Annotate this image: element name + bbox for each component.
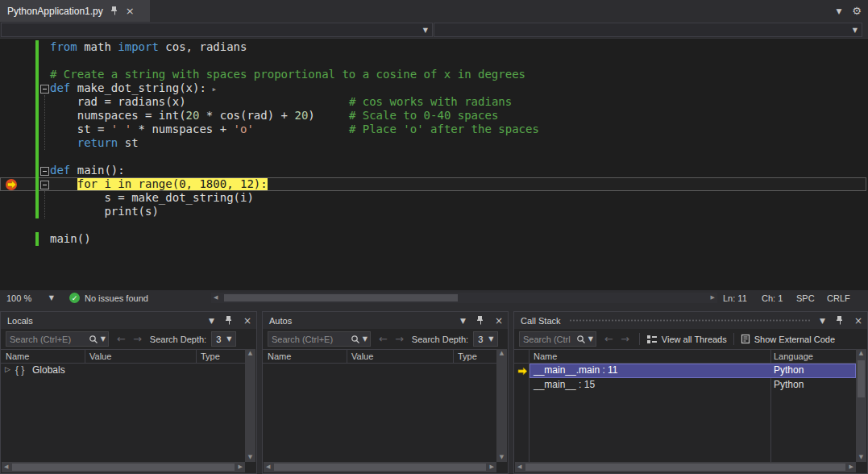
pin-icon[interactable] [225, 314, 233, 328]
window-menu-icon[interactable]: ▼ [460, 317, 466, 325]
scrollbar-thumb[interactable] [858, 360, 865, 397]
column-separator[interactable] [453, 350, 454, 363]
scroll-down-icon[interactable]: ▼ [500, 455, 504, 460]
column-header-name[interactable]: Name [534, 351, 557, 361]
fold-collapse-box[interactable] [40, 85, 49, 94]
pin-icon[interactable] [476, 314, 484, 328]
search-input[interactable]: Search (Ctrl+E) ▼ [268, 331, 371, 347]
view-all-threads-button[interactable]: View all Threads [646, 335, 727, 344]
close-icon[interactable]: × [126, 6, 135, 16]
column-header-name[interactable]: Name [6, 351, 29, 361]
scroll-right-icon[interactable]: ▶ [849, 464, 853, 470]
code-line[interactable]: def main(): [0, 164, 866, 177]
code-line[interactable]: main() [0, 232, 866, 246]
back-arrow-icon[interactable]: ← [117, 333, 126, 345]
horizontal-scrollbar[interactable]: ◀ ▶ [515, 462, 856, 472]
window-menu-icon[interactable]: ▼ [820, 317, 825, 325]
scroll-left-icon[interactable]: ◀ [266, 464, 270, 470]
scope-dropdown[interactable]: ▼ [434, 23, 862, 37]
code-line[interactable] [0, 54, 866, 68]
document-tab[interactable]: PythonApplication1.py × [0, 0, 150, 22]
scroll-left-icon[interactable]: ◀ [214, 295, 218, 301]
column-header-value[interactable]: Value [89, 351, 111, 361]
column-header-type[interactable]: Type [458, 351, 477, 361]
search-depth-dropdown[interactable]: 3 ▼ [473, 331, 498, 347]
chevron-down-icon[interactable]: ▼ [360, 335, 370, 343]
window-menu-icon[interactable]: ▼ [209, 317, 214, 325]
drag-grip[interactable] [569, 318, 812, 322]
code-line[interactable]: st = ' ' * numspaces + 'o' # Place 'o' a… [0, 123, 866, 136]
column-header-name[interactable]: Name [268, 351, 291, 361]
issues-indicator[interactable]: ✓ No issues found [69, 290, 148, 306]
scrollbar-thumb[interactable] [525, 464, 845, 471]
horizontal-scrollbar[interactable]: ◀ ▶ [2, 462, 245, 472]
fold-collapse-box[interactable] [40, 167, 49, 176]
column-header-value[interactable]: Value [351, 351, 373, 361]
close-icon[interactable]: × [854, 316, 862, 326]
search-input[interactable]: Search (Ctrl ▼ [519, 331, 596, 347]
chevron-down-icon[interactable]: ▼ [98, 335, 108, 343]
code-editor[interactable]: from math import cos, radians# Create a … [0, 39, 868, 290]
autos-title-bar[interactable]: Autos ▼ × [263, 312, 508, 329]
scrollbar-thumb[interactable] [12, 464, 235, 471]
scroll-up-icon[interactable]: ▲ [248, 351, 252, 356]
column-separator[interactable] [85, 350, 85, 363]
pin-icon[interactable] [110, 4, 118, 19]
scroll-right-icon[interactable]: ▶ [239, 464, 243, 470]
scroll-left-icon[interactable]: ◀ [4, 464, 8, 470]
column-separator[interactable] [347, 350, 347, 363]
code-line[interactable]: from math import cos, radians [0, 40, 866, 54]
column-header-type[interactable]: Type [201, 351, 220, 361]
scroll-right-icon[interactable]: ▶ [490, 464, 494, 470]
code-line[interactable] [0, 218, 866, 232]
scrollbar-thumb[interactable] [224, 294, 458, 301]
search-input[interactable]: Search (Ctrl+E) ▼ [6, 331, 109, 347]
callstack-title-bar[interactable]: Call Stack ▼ × [514, 312, 867, 329]
vertical-scrollbar[interactable]: ▲ ▼ [496, 349, 507, 462]
forward-arrow-icon[interactable]: → [133, 333, 142, 345]
code-line[interactable]: def make_dot_string(x): ▸ [0, 81, 866, 95]
gear-icon[interactable]: ⚙ [852, 5, 862, 17]
callstack-frame-row[interactable]: __main__ : 15Python [530, 378, 856, 393]
code-line[interactable] [0, 150, 866, 164]
column-header-language[interactable]: Language [774, 351, 813, 361]
close-icon[interactable]: × [495, 316, 503, 326]
show-external-code-button[interactable]: Show External Code [741, 334, 835, 344]
back-arrow-icon[interactable]: ← [379, 333, 388, 345]
code-line[interactable]: s = make_dot_string(i) [0, 191, 866, 205]
back-arrow-icon[interactable]: ← [604, 333, 613, 345]
locals-row[interactable]: ▷{ }Globals [2, 364, 245, 378]
fold-collapse-box[interactable] [40, 181, 49, 189]
scroll-down-icon[interactable]: ▼ [859, 455, 863, 460]
project-dropdown[interactable]: ▼ [1, 23, 433, 37]
scroll-up-icon[interactable]: ▲ [859, 351, 863, 356]
column-separator[interactable] [196, 350, 197, 363]
search-icon[interactable] [351, 335, 360, 344]
breakpoint-current-icon[interactable] [5, 178, 18, 191]
vertical-scrollbar[interactable]: ▲ ▼ [856, 349, 866, 462]
scroll-up-icon[interactable]: ▲ [500, 351, 504, 356]
scroll-down-icon[interactable]: ▼ [248, 455, 252, 460]
code-line[interactable]: for i in range(0, 1800, 12): [0, 177, 866, 191]
scroll-left-icon[interactable]: ◀ [517, 464, 521, 470]
code-line[interactable]: # Create a string with spaces proportion… [0, 68, 866, 81]
forward-arrow-icon[interactable]: → [621, 333, 629, 345]
code-line[interactable]: numspaces = int(20 * cos(rad) + 20) # Sc… [0, 109, 866, 123]
zoom-dropdown[interactable]: 100 % ▼ [0, 290, 60, 306]
pin-icon[interactable] [836, 314, 844, 328]
code-line[interactable]: print(s) [0, 205, 866, 218]
code-line[interactable]: return st [0, 136, 866, 150]
locals-title-bar[interactable]: Locals ▼ × [1, 312, 256, 329]
code-line[interactable]: rad = radians(x) # cos works with radian… [0, 95, 866, 109]
chevron-down-icon[interactable]: ▼ [586, 335, 596, 343]
search-depth-dropdown[interactable]: 3 ▼ [211, 331, 236, 347]
chevron-down-icon[interactable]: ▼ [836, 7, 841, 15]
callstack-frame-row[interactable]: __main__.main : 11Python [530, 364, 856, 378]
editor-horizontal-scrollbar[interactable]: ◀ ▶ [211, 293, 717, 303]
search-icon[interactable] [89, 335, 98, 344]
space-indicator[interactable]: SPC [796, 290, 815, 306]
scroll-right-icon[interactable]: ▶ [711, 295, 715, 301]
scrollbar-thumb[interactable] [274, 464, 486, 471]
vertical-scrollbar[interactable]: ▲ ▼ [245, 349, 255, 462]
horizontal-scrollbar[interactable]: ◀ ▶ [264, 462, 496, 472]
